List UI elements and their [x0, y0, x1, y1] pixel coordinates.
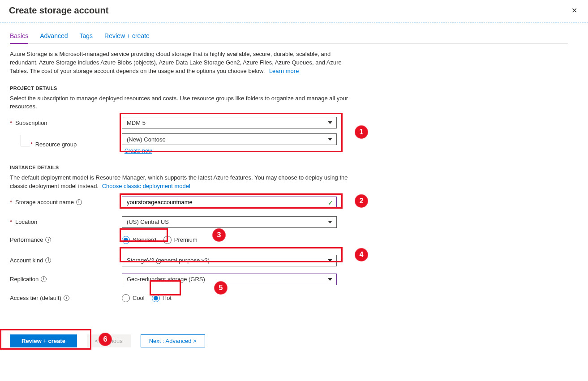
- radio-premium[interactable]: Premium: [163, 236, 197, 244]
- modal-header: Create storage account ✕: [0, 0, 588, 22]
- subscription-value: MDM 5: [127, 120, 146, 126]
- account-kind-select-wrap: StorageV2 (general purpose v2): [122, 255, 337, 266]
- radio-standard[interactable]: Standard: [122, 236, 156, 244]
- required-star: *: [10, 120, 12, 126]
- previous-button: < Previous: [87, 334, 131, 347]
- required-star: *: [10, 218, 12, 225]
- tab-strip: Basics Advanced Tags Review + create: [10, 30, 568, 44]
- close-icon[interactable]: ✕: [570, 4, 579, 17]
- next-advanced-button[interactable]: Next : Advanced >: [141, 334, 205, 347]
- radio-dot-icon: [122, 236, 130, 244]
- tab-basics[interactable]: Basics: [10, 30, 28, 44]
- footer-bar: Review + create < Previous Next : Advanc…: [0, 328, 588, 354]
- section-project-desc: Select the subscription to manage deploy…: [10, 94, 350, 111]
- location-select[interactable]: (US) Central US: [122, 216, 337, 228]
- row-subscription: * Subscription MDM 5: [10, 116, 568, 130]
- info-icon[interactable]: i: [45, 237, 51, 243]
- storage-name-input[interactable]: [122, 197, 337, 208]
- resource-group-controls: (New) Contoso Create new: [122, 133, 337, 155]
- resource-group-value: (New) Contoso: [127, 136, 166, 143]
- section-instance-desc: The default deployment model is Resource…: [10, 174, 350, 191]
- row-performance: Performance i Standard Premium: [10, 233, 568, 247]
- row-access-tier: Access tier (default) i Cool Hot: [10, 291, 568, 305]
- row-replication: Replication i Geo-redundant storage (GRS…: [10, 272, 568, 287]
- subscription-select-wrap: MDM 5: [122, 117, 337, 128]
- row-account-kind: Account kind i StorageV2 (general purpos…: [10, 253, 568, 268]
- radio-cool-label: Cool: [133, 295, 145, 301]
- learn-more-link[interactable]: Learn more: [269, 68, 299, 74]
- radio-standard-label: Standard: [133, 236, 156, 243]
- radio-dot-icon: [122, 294, 130, 302]
- tier-radios: Cool Hot: [122, 294, 172, 302]
- replication-value: Geo-redundant storage (GRS): [127, 276, 205, 283]
- replication-select[interactable]: Geo-redundant storage (GRS): [122, 274, 337, 285]
- create-new-link[interactable]: Create new: [124, 148, 152, 154]
- check-icon: ✓: [328, 199, 333, 206]
- review-create-button[interactable]: Review + create: [10, 334, 77, 347]
- resource-group-select[interactable]: (New) Contoso: [122, 133, 337, 145]
- radio-dot-icon: [152, 294, 160, 302]
- section-instance-title: INSTANCE DETAILS: [10, 165, 568, 170]
- location-label: * Location: [10, 218, 122, 225]
- location-value: (US) Central US: [127, 218, 169, 225]
- performance-radios: Standard Premium: [122, 236, 197, 244]
- replication-label: Replication i: [10, 276, 122, 283]
- storage-name-control: ✓: [122, 197, 337, 208]
- account-kind-label: Account kind i: [10, 257, 122, 264]
- tab-tags[interactable]: Tags: [80, 30, 93, 43]
- radio-hot-label: Hot: [163, 295, 172, 301]
- subscription-label: * Subscription: [10, 120, 122, 126]
- tab-advanced[interactable]: Advanced: [40, 30, 68, 43]
- row-resource-group: * Resource group (New) Contoso Create ne…: [10, 133, 568, 155]
- storage-name-label: * Storage account name i: [10, 199, 122, 205]
- info-icon[interactable]: i: [45, 257, 51, 263]
- project-form: * Subscription MDM 5 * Resource group (N…: [10, 116, 568, 155]
- radio-premium-label: Premium: [174, 236, 197, 243]
- subscription-select[interactable]: MDM 5: [122, 117, 337, 128]
- row-location: * Location (US) Central US: [10, 215, 568, 229]
- intro-text: Azure Storage is a Microsoft-managed ser…: [10, 50, 350, 76]
- required-star: *: [10, 199, 12, 205]
- info-icon[interactable]: i: [76, 199, 82, 205]
- access-tier-label: Access tier (default) i: [10, 295, 122, 301]
- tab-review-create[interactable]: Review + create: [104, 30, 150, 43]
- resource-group-label: * Resource group: [18, 141, 122, 148]
- info-icon[interactable]: i: [64, 295, 69, 301]
- account-kind-value: StorageV2 (general purpose v2): [127, 257, 210, 264]
- row-storage-name: * Storage account name i ✓: [10, 195, 568, 210]
- radio-hot[interactable]: Hot: [152, 294, 172, 302]
- account-kind-select[interactable]: StorageV2 (general purpose v2): [122, 255, 337, 266]
- radio-cool[interactable]: Cool: [122, 294, 145, 302]
- info-icon[interactable]: i: [41, 276, 47, 282]
- page-title: Create storage account: [9, 5, 108, 16]
- location-select-wrap: (US) Central US: [122, 216, 337, 228]
- section-project-title: PROJECT DETAILS: [10, 86, 568, 91]
- required-star: *: [30, 141, 33, 148]
- performance-label: Performance i: [10, 236, 122, 243]
- radio-dot-icon: [163, 236, 172, 244]
- instance-form: * Storage account name i ✓ 2 * Location …: [10, 195, 568, 305]
- choose-classic-link[interactable]: Choose classic deployment model: [102, 183, 190, 189]
- content-area: Basics Advanced Tags Review + create Azu…: [0, 30, 578, 305]
- indent-line: [21, 135, 30, 146]
- replication-select-wrap: Geo-redundant storage (GRS): [122, 274, 337, 285]
